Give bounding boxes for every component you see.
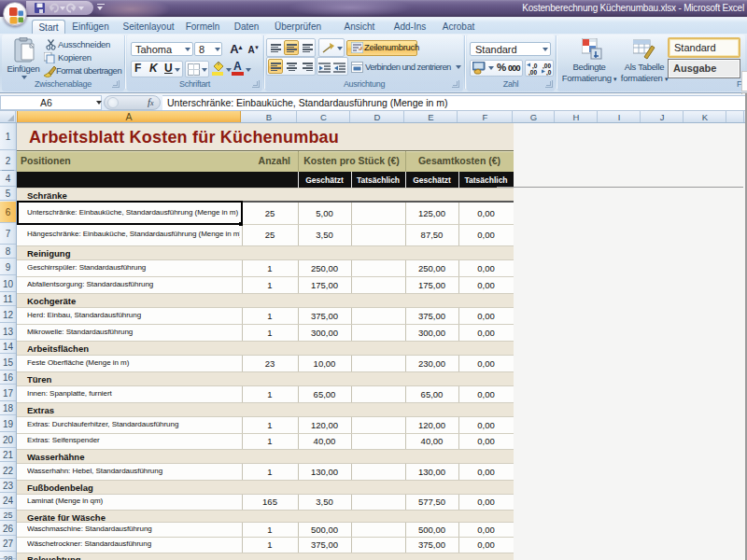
svg-text:,00: ,00	[529, 69, 537, 76]
svg-text:,0: ,0	[546, 69, 552, 76]
